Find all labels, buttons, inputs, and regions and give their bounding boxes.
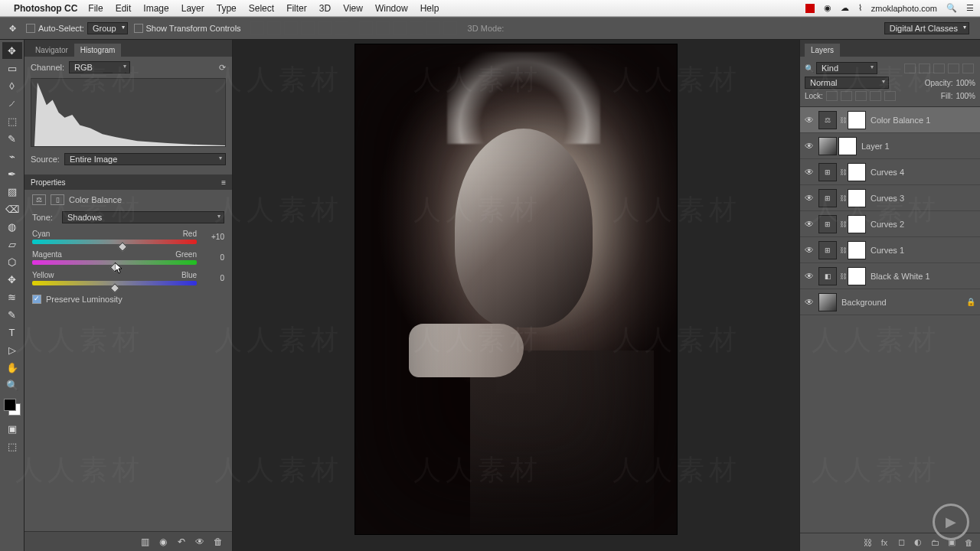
auto-select-checkbox[interactable] bbox=[26, 24, 35, 33]
layer-name[interactable]: Color Balance 1 bbox=[871, 116, 966, 125]
status-icon[interactable] bbox=[805, 4, 815, 13]
source-select[interactable]: Entire Image bbox=[64, 153, 226, 165]
screen-mode-icon[interactable]: ⬚ bbox=[2, 438, 22, 455]
visibility-toggle[interactable]: 👁 bbox=[803, 115, 815, 126]
tool-button[interactable]: ⟋ bbox=[2, 95, 22, 112]
show-transform-checkbox[interactable] bbox=[134, 24, 143, 33]
tool-button[interactable]: ≋ bbox=[2, 289, 22, 305]
menubar-url[interactable]: zmoklaphoto.com bbox=[871, 4, 937, 13]
tool-button[interactable]: ⌁ bbox=[2, 148, 22, 165]
distribute-icon[interactable] bbox=[410, 21, 423, 35]
filter-shape-icon[interactable] bbox=[948, 64, 959, 73]
menu-type[interactable]: Type bbox=[217, 3, 237, 14]
clip-icon[interactable]: ▥ bbox=[137, 535, 152, 549]
filter-adj-icon[interactable] bbox=[919, 64, 930, 73]
tool-button[interactable]: 🔍 bbox=[2, 377, 22, 393]
slider-value[interactable]: 0 bbox=[201, 253, 224, 262]
visibility-toggle[interactable]: 👁 bbox=[803, 245, 815, 256]
layer-name[interactable]: Layer 1 bbox=[861, 142, 966, 151]
opacity-value[interactable]: 100% bbox=[956, 79, 975, 87]
cloud-icon[interactable]: ☁ bbox=[841, 3, 849, 13]
link-icon[interactable]: ⛓ bbox=[840, 116, 846, 124]
tab-navigator[interactable]: Navigator bbox=[29, 44, 74, 57]
slider-value[interactable]: +10 bbox=[201, 233, 224, 241]
tool-button[interactable]: ▱ bbox=[2, 236, 22, 253]
view-previous-icon[interactable]: ◉ bbox=[155, 535, 171, 549]
reset-icon[interactable]: ↶ bbox=[174, 535, 189, 549]
menu-edit[interactable]: Edit bbox=[116, 3, 132, 14]
layer-name[interactable]: Curves 3 bbox=[871, 194, 966, 203]
tool-button[interactable]: ✥ bbox=[2, 271, 22, 288]
preserve-luminosity-checkbox[interactable] bbox=[32, 295, 41, 304]
blend-mode-select[interactable]: Normal bbox=[805, 77, 889, 89]
align-icon[interactable] bbox=[301, 21, 315, 35]
menu-layer[interactable]: Layer bbox=[181, 3, 204, 14]
tool-button[interactable]: ✎ bbox=[2, 130, 22, 147]
tab-histogram[interactable]: Histogram bbox=[74, 44, 122, 57]
tool-button[interactable]: ◍ bbox=[2, 218, 22, 235]
layer-row[interactable]: 👁 Layer 1 bbox=[800, 133, 980, 159]
link-icon[interactable]: ⛓ bbox=[840, 246, 846, 254]
color-swatch[interactable] bbox=[4, 399, 21, 416]
layer-name[interactable]: Curves 1 bbox=[871, 246, 966, 255]
align-icon[interactable] bbox=[318, 21, 332, 35]
visibility-toggle[interactable]: 👁 bbox=[803, 271, 815, 282]
auto-select-dropdown[interactable]: Group bbox=[87, 22, 128, 34]
new-group-icon[interactable]: 🗀 bbox=[928, 536, 942, 549]
link-icon[interactable]: ⛓ bbox=[840, 272, 846, 280]
layer-row[interactable]: 👁 Background 🔒 bbox=[800, 289, 980, 315]
tool-button[interactable]: ✒ bbox=[2, 165, 22, 182]
refresh-icon[interactable]: ⟳ bbox=[219, 63, 226, 73]
tool-button[interactable]: ▷ bbox=[2, 341, 22, 358]
layer-style-icon[interactable]: fx bbox=[877, 536, 891, 549]
tool-button[interactable]: ✥ bbox=[2, 42, 22, 59]
tool-button[interactable]: ▨ bbox=[2, 183, 22, 200]
tool-button[interactable]: ⌫ bbox=[2, 201, 22, 217]
visibility-toggle[interactable]: 👁 bbox=[803, 193, 815, 204]
filter-pixel-icon[interactable] bbox=[904, 64, 916, 73]
link-layers-icon[interactable]: ⛓ bbox=[861, 536, 874, 549]
distribute-icon[interactable] bbox=[359, 21, 373, 35]
channel-select[interactable]: RGB bbox=[69, 61, 130, 73]
lock-transparency-icon[interactable] bbox=[826, 91, 838, 101]
align-icon[interactable] bbox=[267, 21, 281, 35]
lock-position-icon[interactable] bbox=[855, 91, 867, 101]
layer-name[interactable]: Curves 4 bbox=[871, 168, 966, 177]
toggle-visibility-icon[interactable]: 👁 bbox=[192, 535, 207, 549]
menu-window[interactable]: Window bbox=[375, 3, 408, 14]
layer-row[interactable]: 👁 ⊞⛓ Curves 1 bbox=[800, 237, 980, 263]
fill-value[interactable]: 100% bbox=[956, 92, 975, 100]
tab-layers[interactable]: Layers bbox=[805, 44, 840, 57]
visibility-toggle[interactable]: 👁 bbox=[803, 297, 815, 308]
filter-type-icon[interactable] bbox=[933, 64, 945, 73]
quick-mask-icon[interactable]: ▣ bbox=[2, 420, 22, 437]
menu-image[interactable]: Image bbox=[143, 3, 168, 14]
slider-value[interactable]: 0 bbox=[201, 274, 224, 282]
distribute-icon[interactable] bbox=[393, 21, 407, 35]
menubar-icon[interactable]: ◉ bbox=[824, 3, 831, 13]
new-adjustment-icon[interactable]: ◐ bbox=[911, 536, 925, 549]
delete-layer-icon[interactable]: 🗑 bbox=[962, 536, 975, 549]
trash-icon[interactable]: 🗑 bbox=[211, 535, 226, 549]
menu-view[interactable]: View bbox=[343, 3, 363, 14]
lock-all-icon[interactable] bbox=[884, 91, 896, 101]
distribute-icon[interactable] bbox=[376, 21, 390, 35]
add-mask-icon[interactable]: ◻ bbox=[894, 536, 908, 549]
layer-row[interactable]: 👁 ⊞⛓ Curves 4 bbox=[800, 159, 980, 185]
link-icon[interactable]: ⛓ bbox=[840, 168, 846, 176]
menu-select[interactable]: Select bbox=[249, 3, 274, 14]
visibility-toggle[interactable]: 👁 bbox=[803, 219, 815, 230]
tool-button[interactable]: ⬚ bbox=[2, 112, 22, 129]
color-balance-slider[interactable] bbox=[32, 240, 197, 244]
tool-button[interactable]: ✎ bbox=[2, 306, 22, 323]
align-icon[interactable] bbox=[335, 21, 348, 35]
app-name[interactable]: Photoshop CC bbox=[14, 3, 77, 14]
layer-name[interactable]: Black & White 1 bbox=[871, 272, 966, 281]
link-icon[interactable]: ⛓ bbox=[840, 220, 846, 228]
panel-menu-icon[interactable]: ≡ bbox=[221, 178, 226, 187]
lock-pixels-icon[interactable] bbox=[841, 91, 852, 101]
layer-row[interactable]: 👁 ◧⛓ Black & White 1 bbox=[800, 263, 980, 289]
layer-row[interactable]: 👁 ⊞⛓ Curves 2 bbox=[800, 211, 980, 237]
tool-button[interactable]: T bbox=[2, 324, 22, 341]
menu-icon[interactable]: ☰ bbox=[966, 3, 974, 13]
